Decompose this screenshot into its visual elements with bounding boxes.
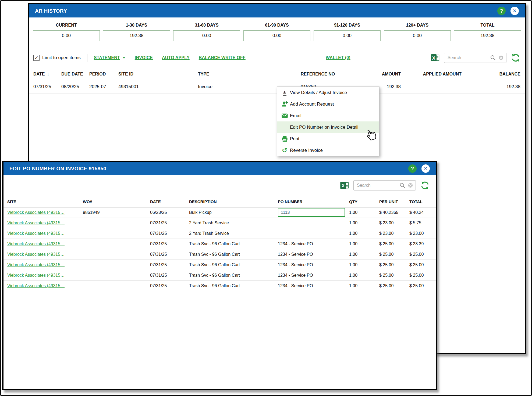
aging-label: 1-30 DAYS <box>103 23 170 28</box>
po-cell-description: Trash Svc - 96 Gallon Cart <box>189 249 278 260</box>
aging-120-days: 120+ DAYS0.00 <box>384 23 451 41</box>
menu-item-email[interactable]: Email <box>277 110 379 121</box>
aging-value: 0.00 <box>173 30 240 41</box>
invoice-link[interactable]: INVOICE <box>135 55 153 60</box>
ar-cell-site-id: 49315001 <box>118 80 198 93</box>
po-cell-date: 07/31/25 <box>150 249 189 260</box>
help-icon[interactable]: ? <box>497 7 506 15</box>
po-cell-total: $ 25.00 <box>409 280 436 291</box>
site-link[interactable]: Viebrock Associates (49315… <box>7 210 65 215</box>
sort-desc-icon[interactable]: ↓ <box>47 72 49 76</box>
col-header-site-id[interactable]: SITE ID <box>118 69 198 80</box>
po-cell-qty: 1.00 <box>349 239 379 249</box>
col-header-due-date[interactable]: DUE DATE <box>61 69 89 80</box>
aging-1-30-days: 1-30 DAYS192.38 <box>103 23 170 41</box>
excel-export-icon[interactable]: X <box>431 53 440 62</box>
col-header-applied-amount[interactable]: APPLIED AMOUNT <box>401 69 462 80</box>
site-link[interactable]: Viebrock Associates (49315… <box>7 221 65 225</box>
close-icon[interactable]: ✕ <box>421 164 430 173</box>
col-header-date[interactable]: DATE↓ <box>29 69 61 80</box>
aging-label: 31-60 DAYS <box>173 23 240 28</box>
po-cell-total: $ 25.00 <box>409 249 436 260</box>
col-header-wo[interactable]: WO# <box>83 197 150 207</box>
po-detail-row: Viebrock Associates (49315…07/31/25Trash… <box>3 239 436 249</box>
edit-po-window: EDIT PO NUMBER ON INVOICE 915850 ? ✕ X <box>2 161 437 390</box>
aging-total: TOTAL192.38 <box>454 23 521 41</box>
search-icon[interactable] <box>490 55 496 61</box>
checkbox-checked-icon[interactable]: ✓ <box>33 55 40 61</box>
col-header-total[interactable]: TOTAL <box>409 197 436 207</box>
site-link[interactable]: Viebrock Associates (49315… <box>7 273 65 278</box>
po-cell-total: $ 5.75 <box>409 218 436 228</box>
statement-link[interactable]: STATEMENT <box>94 55 120 60</box>
col-header-date[interactable]: DATE <box>150 197 189 207</box>
po-cell-wo <box>83 249 150 260</box>
po-toolbar: X <box>3 178 436 193</box>
clear-search-icon[interactable] <box>407 182 413 188</box>
site-link[interactable]: Viebrock Associates (49315… <box>7 231 65 236</box>
menu-item-label: Print <box>290 136 299 142</box>
po-cell-per-unit: $ 25.00 <box>379 249 409 260</box>
limit-open-items-checkbox[interactable]: ✓ Limit to open items <box>33 55 81 61</box>
po-cell-description: Bulk Pickup <box>189 207 278 218</box>
po-cell-po-number: 1234 - Service PO <box>278 270 349 280</box>
po-toolbar-right: X <box>340 180 430 190</box>
menu-item-view-details-adjust-invoice[interactable]: ±View Details / Adjust Invoice <box>277 87 379 98</box>
menu-item-label: Edit PO Number on Invoice Detail <box>290 125 358 130</box>
col-header-balance[interactable]: BALANCE <box>462 69 525 80</box>
po-cell-total: $ 25.00 <box>409 260 436 270</box>
excel-export-icon[interactable]: X <box>340 181 349 190</box>
menu-item-print[interactable]: Print <box>277 133 379 145</box>
col-header-amount[interactable]: AMOUNT <box>365 69 401 80</box>
search-input[interactable] <box>448 55 488 60</box>
po-number-input[interactable] <box>278 208 345 217</box>
site-link[interactable]: Viebrock Associates (49315… <box>7 242 65 246</box>
col-header-reference-no[interactable]: REFERENCE NO <box>301 69 365 80</box>
po-detail-row: Viebrock Associates (49315…07/31/252 Yar… <box>3 218 436 228</box>
po-detail-row: Viebrock Associates (49315…07/31/25Trash… <box>3 280 436 291</box>
aging-columns: CURRENT0.001-30 DAYS192.3831-60 DAYS0.00… <box>33 23 521 41</box>
refresh-icon[interactable] <box>420 181 430 190</box>
search-icon[interactable] <box>399 182 406 189</box>
screenshot-canvas: AR HISTORY ? ✕ CURRENT0.001-30 DAYS192.3… <box>0 0 532 396</box>
po-cell-date: 07/31/25 <box>150 270 189 280</box>
col-header-site[interactable]: SITE <box>3 197 83 207</box>
menu-item-edit-po-number-on-invoice-detail[interactable]: Edit PO Number on Invoice Detail <box>277 121 379 133</box>
po-cell-total: $ 23.00 <box>409 228 436 239</box>
site-link[interactable]: Viebrock Associates (49315… <box>7 262 65 267</box>
clear-search-icon[interactable] <box>498 55 504 61</box>
aging-91-120-days: 91-120 DAYS0.00 <box>314 23 381 41</box>
po-detail-row: Viebrock Associates (49315…07/31/252 Yar… <box>3 228 436 239</box>
col-header-per-unit[interactable]: PER UNIT <box>379 197 409 207</box>
add-account-icon <box>279 100 290 108</box>
site-link[interactable]: Viebrock Associates (49315… <box>7 252 65 257</box>
po-table-body: Viebrock Associates (49315…986194906/23/… <box>3 207 436 291</box>
statement-dropdown-icon[interactable]: ▼ <box>122 56 126 60</box>
po-cell-wo <box>83 270 150 280</box>
aging-summary: CURRENT0.001-30 DAYS192.3831-60 DAYS0.00… <box>29 17 525 41</box>
col-header-period[interactable]: PERIOD <box>89 69 118 80</box>
menu-item-reverse-invoice[interactable]: ↺Reverse Invoice <box>277 145 379 156</box>
search-input[interactable] <box>357 183 397 188</box>
aging-value: 192.38 <box>103 30 170 41</box>
po-cell-description: 2 Yard Trash Service <box>189 218 278 228</box>
col-header-po-number[interactable]: PO NUMBER <box>278 197 349 207</box>
wallet-link[interactable]: WALLET (0) <box>326 55 350 60</box>
aging-31-60-days: 31-60 DAYS0.00 <box>173 23 240 41</box>
refresh-icon[interactable] <box>511 53 520 63</box>
col-header-description[interactable]: DESCRIPTION <box>189 197 278 207</box>
col-header-type[interactable]: TYPE <box>198 69 301 80</box>
close-icon[interactable]: ✕ <box>510 7 519 15</box>
auto-apply-link[interactable]: AUTO APPLY <box>162 55 190 60</box>
balance-write-off-link[interactable]: BALANCE WRITE OFF <box>199 55 246 60</box>
help-icon[interactable]: ? <box>408 164 417 173</box>
po-cell-po-number <box>278 228 349 239</box>
adjust-icon: ± <box>279 90 290 96</box>
site-link[interactable]: Viebrock Associates (49315… <box>7 283 65 288</box>
po-cell-po-number: 1234 - Service PO <box>278 260 349 270</box>
col-header-qty[interactable]: QTY <box>349 197 379 207</box>
email-icon <box>279 112 290 119</box>
po-cell-qty: 1.00 <box>349 228 379 239</box>
menu-item-add-account-request[interactable]: Add Account Request <box>277 98 379 110</box>
ar-toolbar: ✓ Limit to open items STATEMENT ▼ INVOIC… <box>29 52 525 64</box>
